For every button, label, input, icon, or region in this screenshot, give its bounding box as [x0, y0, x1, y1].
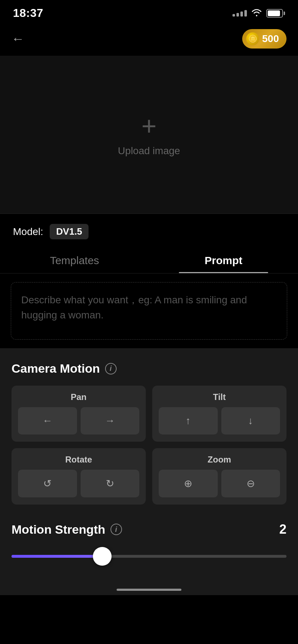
motion-strength-title: Motion Strength — [12, 523, 105, 537]
back-button[interactable]: ← — [12, 32, 24, 45]
coin-badge: 🪙 500 — [242, 29, 286, 49]
rotate-right-button[interactable]: ↻ — [81, 470, 140, 497]
camera-controls-grid: Pan ← → Tilt ↑ ↓ — [12, 386, 286, 505]
zoom-label: Zoom — [159, 455, 280, 465]
rotate-label: Rotate — [18, 455, 139, 465]
zoom-in-icon: ⊕ — [184, 478, 192, 489]
pan-buttons: ← → — [18, 407, 139, 434]
wifi-icon — [251, 8, 262, 18]
prompt-section: Describe what you want，eg: A man is smil… — [0, 273, 298, 349]
rotate-buttons: ↺ ↻ — [18, 470, 139, 497]
rotate-left-button[interactable]: ↺ — [18, 470, 77, 497]
model-label: Model: — [13, 226, 43, 238]
zoom-buttons: ⊕ ⊖ — [159, 470, 280, 497]
coin-count: 500 — [262, 33, 279, 45]
pan-left-icon: ← — [42, 415, 53, 427]
camera-motion-header: Camera Motion i — [12, 362, 286, 376]
zoom-control: Zoom ⊕ ⊖ — [152, 448, 286, 505]
motion-strength-info-icon: i — [110, 524, 122, 535]
prompt-box[interactable]: Describe what you want，eg: A man is smil… — [11, 282, 287, 340]
slider-fill — [12, 555, 102, 558]
motion-strength-section: Motion Strength i 2 — [0, 515, 298, 581]
tilt-up-button[interactable]: ↑ — [159, 407, 218, 434]
motion-strength-header: Motion Strength i 2 — [12, 522, 286, 537]
tilt-buttons: ↑ ↓ — [159, 407, 280, 434]
pan-label: Pan — [18, 392, 139, 402]
zoom-out-button[interactable]: ⊖ — [221, 470, 280, 497]
status-time: 18:37 — [13, 6, 43, 20]
motion-strength-left: Motion Strength i — [12, 523, 122, 537]
camera-motion-title: Camera Motion — [12, 362, 100, 376]
tilt-control: Tilt ↑ ↓ — [152, 386, 286, 442]
battery-icon — [266, 9, 285, 18]
home-bar — [117, 589, 181, 591]
rotate-left-icon: ↺ — [43, 478, 51, 489]
tilt-down-button[interactable]: ↓ — [221, 407, 280, 434]
zoom-out-icon: ⊖ — [247, 478, 255, 489]
upload-area[interactable]: + Upload image — [0, 56, 298, 214]
prompt-placeholder: Describe what you want，eg: A man is smil… — [21, 294, 247, 321]
motion-strength-slider[interactable] — [12, 546, 286, 567]
tilt-up-icon: ↑ — [186, 415, 191, 427]
tilt-label: Tilt — [159, 392, 280, 402]
tilt-down-icon: ↓ — [248, 415, 253, 427]
slider-track — [12, 555, 286, 558]
camera-motion-section: Camera Motion i Pan ← → Tilt ↑ — [0, 349, 298, 515]
model-row: Model: DV1.5 — [0, 214, 298, 247]
motion-strength-value: 2 — [279, 522, 286, 537]
upload-label: Upload image — [118, 145, 180, 157]
model-badge[interactable]: DV1.5 — [50, 224, 89, 239]
tab-prompt[interactable]: Prompt — [149, 247, 298, 273]
zoom-in-button[interactable]: ⊕ — [159, 470, 218, 497]
header: ← 🪙 500 — [0, 23, 298, 56]
pan-control: Pan ← → — [12, 386, 146, 442]
pan-right-icon: → — [105, 415, 115, 427]
status-bar: 18:37 — [0, 0, 298, 23]
tabs: Templates Prompt — [0, 247, 298, 273]
slider-thumb[interactable] — [93, 547, 112, 566]
pan-left-button[interactable]: ← — [18, 407, 77, 434]
signal-icon — [232, 10, 247, 17]
rotate-control: Rotate ↺ ↻ — [12, 448, 146, 505]
camera-motion-info-icon: i — [105, 363, 117, 374]
upload-plus-icon: + — [141, 113, 157, 139]
pan-right-button[interactable]: → — [81, 407, 140, 434]
tab-templates[interactable]: Templates — [0, 247, 149, 273]
status-icons — [232, 8, 285, 18]
rotate-right-icon: ↻ — [106, 478, 114, 489]
home-indicator — [0, 581, 298, 595]
coin-icon: 🪙 — [246, 32, 259, 45]
